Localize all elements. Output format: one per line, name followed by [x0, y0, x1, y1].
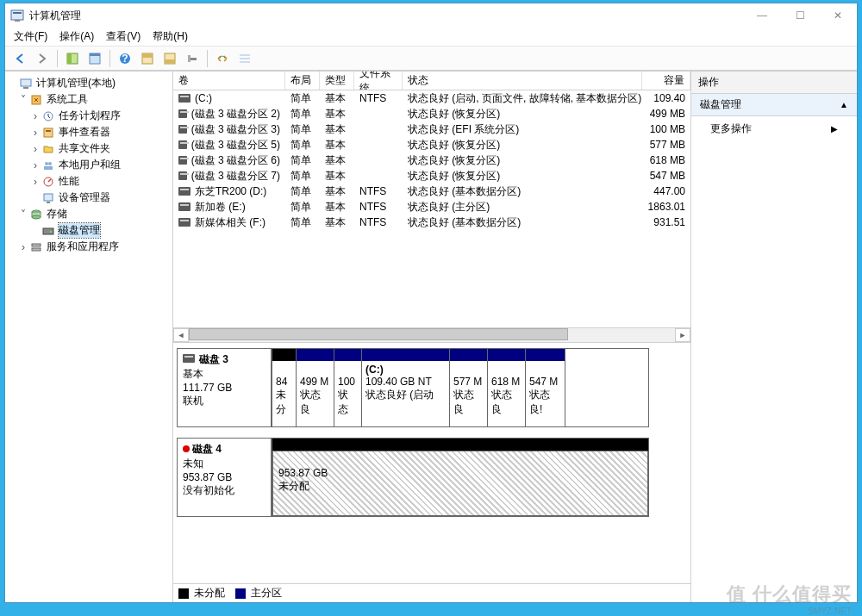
tree-diskmgmt[interactable]: 磁盘管理 [7, 222, 171, 239]
table-row[interactable]: (磁盘 3 磁盘分区 3)简单基本状态良好 (EFI 系统分区)100 MB [173, 121, 690, 137]
disk-icon [183, 354, 195, 363]
table-row[interactable]: (磁盘 3 磁盘分区 6)简单基本状态良好 (恢复分区)618 MB [173, 152, 690, 168]
collapse-icon[interactable]: ˅ [17, 94, 29, 106]
properties-button[interactable] [85, 49, 104, 68]
tree-sharedfolders[interactable]: ›共享文件夹 [7, 140, 171, 157]
expand-icon[interactable]: › [17, 241, 29, 253]
device-icon [41, 191, 55, 205]
minimize-button[interactable]: — [743, 3, 781, 28]
expand-icon[interactable]: › [29, 110, 41, 122]
storage-icon [29, 208, 43, 221]
view-top-button[interactable] [138, 49, 157, 68]
disk-3-size: 111.77 GB [183, 382, 265, 394]
toolbar-separator [207, 50, 208, 67]
disk-3-status: 联机 [183, 394, 265, 408]
partition[interactable]: 84未分 [272, 349, 297, 426]
svg-rect-6 [90, 53, 100, 56]
tree-eventviewer[interactable]: ›事件查看器 [7, 124, 171, 140]
show-hide-button[interactable] [63, 49, 82, 68]
scroll-right-button[interactable]: ► [675, 328, 690, 342]
expand-icon[interactable]: › [29, 143, 41, 155]
svg-rect-29 [47, 202, 50, 203]
list-button[interactable] [235, 49, 254, 68]
disk-block-4[interactable]: 磁盘 4 未知 953.87 GB 没有初始化 953.87 GB 未分配 [177, 438, 687, 517]
table-row[interactable]: 新加卷 (E:)简单基本NTFS状态良好 (主分区)1863.01 [173, 199, 690, 215]
svg-point-32 [32, 215, 41, 219]
collapse-icon[interactable]: ˅ [17, 208, 29, 221]
unallocated-partition[interactable]: 953.87 GB 未分配 [272, 451, 648, 516]
disk-block-3[interactable]: 磁盘 3 基本 111.77 GB 联机 84未分 499 M状态良 100状态… [177, 348, 687, 427]
legend-swatch-unallocated [178, 588, 189, 599]
tree-systools[interactable]: ˅系统工具 [7, 91, 171, 108]
table-row[interactable]: 新媒体相关 (F:)简单基本NTFS状态良好 (基本数据分区)931.51 [173, 215, 690, 230]
expand-icon[interactable]: › [29, 159, 41, 171]
menu-view[interactable]: 查看(V) [106, 29, 141, 44]
close-button[interactable]: ✕ [819, 3, 857, 28]
menu-action[interactable]: 操作(A) [59, 29, 94, 44]
tree-root[interactable]: 计算机管理(本地) [7, 75, 171, 91]
svg-rect-4 [67, 53, 72, 64]
users-icon [41, 159, 55, 172]
expand-icon[interactable]: › [29, 176, 41, 188]
table-row[interactable]: (磁盘 3 磁盘分区 7)简单基本状态良好 (恢复分区)547 MB [173, 168, 690, 184]
content-area: 计算机管理(本地) ˅系统工具 ›任务计划程序 ›事件查看器 ›共享文件夹 ›本… [5, 71, 857, 602]
svg-text:?: ? [122, 53, 128, 65]
table-row[interactable]: (C:)简单基本NTFS状态良好 (启动, 页面文件, 故障转储, 基本数据分区… [173, 90, 690, 106]
disk-graphical-pane[interactable]: 磁盘 3 基本 111.77 GB 联机 84未分 499 M状态良 100状态… [173, 343, 690, 583]
disk-icon [41, 224, 55, 238]
help-button[interactable]: ? [116, 49, 134, 68]
col-status[interactable]: 状态 [403, 72, 642, 90]
toolbar-separator [109, 50, 110, 67]
horizontal-scrollbar[interactable]: ◄ ► [173, 327, 690, 343]
tree-pane[interactable]: 计算机管理(本地) ˅系统工具 ›任务计划程序 ›事件查看器 ›共享文件夹 ›本… [5, 72, 173, 602]
svg-rect-19 [23, 87, 28, 89]
back-button[interactable] [10, 49, 29, 68]
svg-rect-17 [240, 61, 250, 63]
svg-rect-2 [15, 20, 20, 22]
settings-button[interactable] [183, 49, 202, 68]
partition[interactable]: 499 M状态良 [297, 349, 334, 426]
menu-file[interactable]: 文件(F) [14, 29, 47, 44]
disk-3-label[interactable]: 磁盘 3 基本 111.77 GB 联机 [177, 348, 272, 427]
forward-button[interactable] [33, 49, 52, 68]
maximize-button[interactable]: ☐ [781, 3, 819, 28]
col-filesystem[interactable]: 文件系统 [354, 72, 403, 90]
tree-scheduler[interactable]: ›任务计划程序 [7, 108, 171, 124]
col-capacity[interactable]: 容量 [642, 72, 690, 90]
col-layout[interactable]: 布局 [285, 72, 320, 90]
table-row[interactable]: (磁盘 3 磁盘分区 5)简单基本状态良好 (恢复分区)577 MB [173, 137, 690, 152]
svg-rect-12 [165, 59, 175, 64]
tree-services[interactable]: ›服务和应用程序 [7, 239, 171, 255]
partition[interactable]: (C:)109.40 GB NT状态良好 (启动 [362, 349, 450, 426]
disk-4-label[interactable]: 磁盘 4 未知 953.87 GB 没有初始化 [177, 438, 272, 517]
view-bottom-button[interactable] [160, 49, 179, 68]
svg-rect-14 [188, 55, 191, 62]
partition[interactable]: 100状态 [334, 349, 362, 426]
tree-performance[interactable]: ›性能 [7, 173, 171, 190]
svg-rect-26 [44, 166, 53, 170]
volume-list[interactable]: (C:)简单基本NTFS状态良好 (启动, 页面文件, 故障转储, 基本数据分区… [173, 90, 690, 327]
expand-icon[interactable]: › [29, 127, 41, 139]
partition[interactable]: 618 M状态良 [488, 349, 526, 426]
tree-devmgr[interactable]: 设备管理器 [7, 190, 171, 206]
scroll-track[interactable] [189, 328, 675, 342]
tree-users[interactable]: ›本地用户和组 [7, 157, 171, 173]
menu-help[interactable]: 帮助(H) [153, 29, 188, 44]
table-row[interactable]: (磁盘 3 磁盘分区 2)简单基本状态良好 (恢复分区)499 MB [173, 106, 690, 121]
scroll-thumb[interactable] [189, 328, 568, 340]
table-row[interactable]: 东芝TR200 (D:)简单基本NTFS状态良好 (基本数据分区)447.00 [173, 184, 690, 199]
action-category[interactable]: 磁盘管理 ▲ [691, 94, 857, 116]
partition[interactable]: 577 M状态良 [450, 349, 488, 426]
col-volume[interactable]: 卷 [173, 72, 285, 90]
titlebar: 计算机管理 — ☐ ✕ [5, 3, 857, 28]
disk-4-size: 953.87 GB [183, 471, 265, 483]
scroll-left-button[interactable]: ◄ [173, 328, 189, 342]
tree-storage[interactable]: ˅存储 [7, 206, 171, 222]
unallocated-bar [272, 439, 648, 451]
action-more[interactable]: 更多操作 ▶ [691, 116, 857, 141]
svg-point-34 [50, 231, 52, 233]
partition[interactable]: 547 M状态良! [526, 349, 565, 426]
svg-rect-28 [44, 194, 53, 201]
col-type[interactable]: 类型 [320, 72, 354, 90]
refresh-button[interactable] [213, 49, 232, 68]
